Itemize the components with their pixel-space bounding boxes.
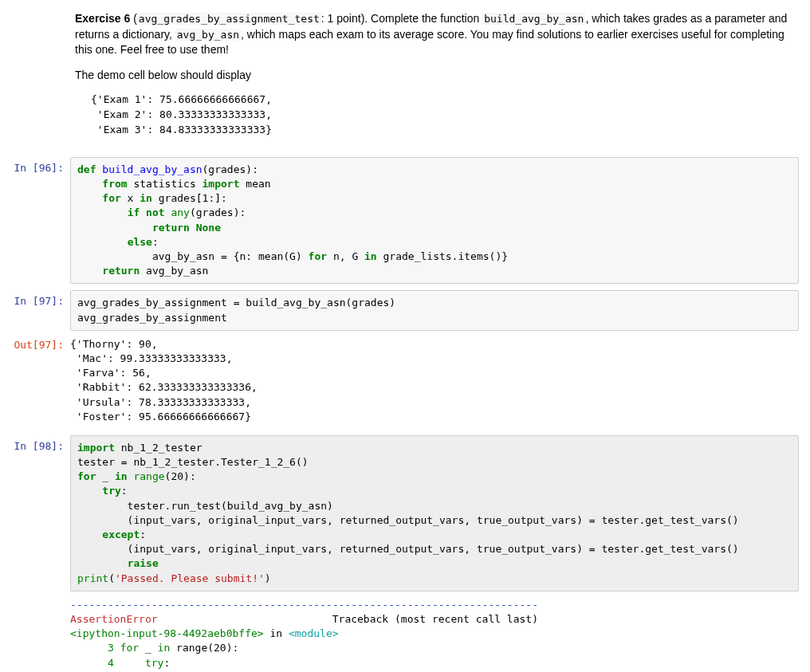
expected-output-block: {'Exam 1': 75.66666666666667, 'Exam 2': … [75,92,799,138]
function-name: build_avg_by_asn [482,13,585,25]
code-cell-97: In [97]: avg_grades_by_assignment = buil… [0,287,810,432]
markdown-cell-exercise: Exercise 6 (avg_grades_by_assignment_tes… [0,11,810,138]
notebook: Exercise 6 (avg_grades_by_assignment_tes… [0,0,810,672]
traceback-text-98: ----------------------------------------… [70,598,799,672]
err-prompt-98 [0,595,70,599]
code-cell-96: In [96]: def build_avg_by_asn(grades): f… [0,154,810,288]
traceback-98: ----------------------------------------… [70,595,799,672]
in-prompt-97: In [97]: [0,290,70,307]
dict-name: avg_by_asn [175,29,241,41]
code-input-97[interactable]: avg_grades_by_assignment = build_avg_by_… [70,290,799,330]
code-text-97[interactable]: avg_grades_by_assignment = build_avg_by_… [77,296,792,324]
output-97: {'Thorny': 90, 'Mac': 99.33333333333333,… [70,334,799,429]
demo-intro: The demo cell below should display [75,68,799,84]
in-prompt-96: In [96]: [0,157,70,174]
out-prompt-97: Out[97]: [0,334,70,351]
code-input-96[interactable]: def build_avg_by_asn(grades): from stati… [70,157,799,285]
in-prompt-98: In [98]: [0,435,70,452]
code-input-98[interactable]: import nb_1_2_tester tester = nb_1_2_tes… [70,435,799,591]
exercise-heading: Exercise 6 [75,12,130,25]
code-cell-98: In [98]: import nb_1_2_tester tester = n… [0,432,810,672]
exercise-description: Exercise 6 (avg_grades_by_assignment_tes… [75,11,799,58]
test-name: avg_grades_by_assignment_test [137,13,321,25]
code-text-96[interactable]: def build_avg_by_asn(grades): from stati… [77,163,792,279]
code-text-98[interactable]: import nb_1_2_tester tester = nb_1_2_tes… [77,441,792,586]
output-text-97: {'Thorny': 90, 'Mac': 99.33333333333333,… [70,337,799,424]
